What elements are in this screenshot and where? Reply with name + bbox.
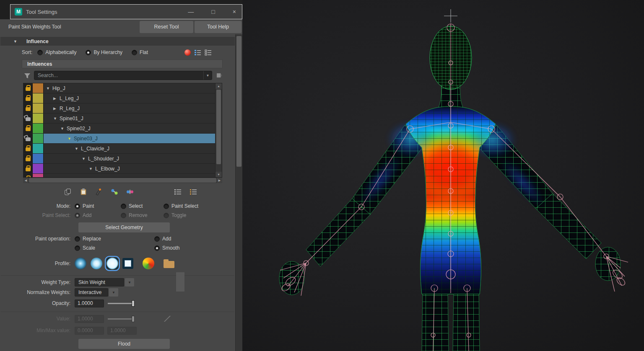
maximize-icon[interactable]: □ [211,8,215,15]
influences-header-bar[interactable]: Influences [22,59,223,68]
influence-color-swatch[interactable] [33,93,44,103]
tree-horizontal-scrollbar[interactable]: ◀ ▶ [23,178,222,183]
refresh-influences-icon[interactable] [184,49,191,56]
scroll-down-icon[interactable]: ▼ [216,172,222,177]
radio-icon[interactable] [86,50,91,55]
radio-op-add[interactable]: Add [154,236,171,242]
copy-weights-icon[interactable] [63,187,73,197]
radio-icon[interactable] [132,50,137,55]
viewport-3d[interactable] [242,0,644,351]
influence-row-l-clavicle[interactable]: ▼L_Clavicle_J [23,144,215,154]
expand-arrow-icon[interactable]: ▶ [53,96,57,101]
search-input[interactable] [34,72,203,78]
influence-color-swatch[interactable] [33,144,44,153]
influence-color-swatch[interactable] [33,134,44,143]
radio-mode-paint[interactable]: Paint [75,203,112,209]
influence-color-swatch[interactable] [33,114,44,123]
expand-arrow-icon[interactable]: ▼ [89,167,93,171]
expand-arrow-icon[interactable]: ▼ [60,126,65,131]
scroll-left-icon[interactable]: ◀ [23,178,29,183]
expand-arrow-icon[interactable]: ▶ [53,106,57,111]
lock-icon[interactable] [23,124,33,133]
radio-mode-paint-select[interactable]: Paint Select [164,203,198,209]
influence-color-swatch[interactable] [33,174,44,177]
pin-search-icon[interactable] [216,72,223,79]
tool-help-button[interactable]: Tool Help [195,21,242,33]
sort-list-outline-icon[interactable] [205,49,212,56]
influence-row-spine01[interactable]: ▼Spine01_J [23,114,215,124]
lock-icon[interactable] [23,114,33,123]
influence-section-header[interactable]: ▼ Influence [0,37,235,46]
chevron-down-icon[interactable]: ▼ [125,278,134,286]
search-dropdown-icon[interactable]: ▼ [203,71,212,80]
lock-icon[interactable] [23,134,33,143]
paste-weights-icon[interactable] [78,187,88,197]
scroll-up-icon[interactable]: ▲ [216,83,222,89]
radio-sort-alphabetically[interactable]: Alphabetically [37,49,76,55]
lock-icon[interactable] [23,164,33,173]
expand-arrow-icon[interactable]: ▼ [75,147,79,151]
lock-icon[interactable] [23,154,33,163]
panel-scroll-thumb[interactable] [236,36,242,167]
scroll-right-icon[interactable]: ▶ [217,178,222,183]
lock-icon[interactable] [23,103,33,113]
lock-icon[interactable] [23,83,33,93]
influence-row-partial[interactable] [23,174,215,177]
influence-color-swatch[interactable] [33,83,44,93]
flood-button[interactable]: Flood [78,339,170,349]
sort-list-blue-icon[interactable] [194,49,201,56]
influence-row-spine02[interactable]: ▼Spine02_J [23,124,215,134]
tree-vertical-scrollbar[interactable]: ▲ ▼ [215,83,222,177]
close-icon[interactable]: × [233,8,236,15]
influence-row-spine03[interactable]: ▼Spine03_J [23,134,215,144]
lock-icon[interactable] [23,93,33,103]
radio-op-scale[interactable]: Scale [75,245,145,251]
radio-mode-select[interactable]: Select [121,203,154,209]
weight-type-select[interactable]: Skin Weight [75,278,124,286]
tool-settings-titlebar[interactable]: M Tool Settings — □ × [10,4,242,19]
soft-brush-icon[interactable] [91,258,102,269]
hscroll-thumb[interactable] [29,178,216,183]
weight-hammer-icon[interactable] [94,187,104,197]
chevron-down-icon[interactable]: ▼ [109,288,118,297]
influence-color-swatch[interactable] [33,124,44,133]
normalize-weights-select[interactable]: Interactive [75,288,108,297]
maya-logo-icon[interactable]: M [15,8,22,15]
opacity-slider[interactable] [108,300,135,307]
square-brush-icon[interactable] [122,258,133,269]
radio-op-smooth[interactable]: Smooth [154,245,179,251]
opacity-input[interactable] [75,299,104,307]
panel-vertical-scrollbar[interactable] [235,34,242,351]
radio-sort-flat[interactable]: Flat [132,49,148,55]
influence-row-l-leg[interactable]: ▶L_Leg_J [23,93,215,103]
filter-funnel-icon[interactable] [23,72,31,79]
influence-row-l-shoulder[interactable]: ▼L_Shoulder_J [23,154,215,164]
search-box[interactable]: ▼ [34,71,212,80]
select-geometry-button[interactable]: Select Geometry [78,222,170,232]
tree-scroll-thumb[interactable] [216,90,221,164]
influence-image-icon[interactable] [188,187,198,197]
swap-influences-icon[interactable] [125,187,135,197]
minimize-icon[interactable]: — [188,8,194,15]
hscroll-track[interactable] [29,178,217,183]
reset-tool-button[interactable]: Reset Tool [140,21,193,33]
ramp-brush-icon[interactable] [143,258,154,269]
influence-row-l-elbow[interactable]: ▼L_Elbow_J [23,164,215,174]
influence-list-icon[interactable] [173,187,183,197]
influence-color-swatch[interactable] [33,164,44,173]
browse-folder-icon[interactable] [164,261,174,268]
expand-arrow-icon[interactable]: ▼ [53,116,57,121]
gaussian-brush-icon[interactable] [75,258,86,269]
radio-op-replace[interactable]: Replace [75,236,145,242]
lock-icon[interactable] [23,144,33,153]
lock-icon[interactable] [23,174,33,177]
move-influences-icon[interactable] [109,187,119,197]
collapse-triangle-icon[interactable]: ▼ [13,39,17,44]
slider-handle[interactable] [132,300,135,307]
solid-brush-icon[interactable] [106,258,118,269]
expand-arrow-icon[interactable]: ▼ [68,137,72,141]
influence-color-swatch[interactable] [33,154,44,163]
expand-arrow-icon[interactable]: ▼ [46,86,50,90]
influence-row-r-leg[interactable]: ▶R_Leg_J [23,103,215,114]
radio-sort-by-hierarchy[interactable]: By Hierarchy [86,49,122,55]
